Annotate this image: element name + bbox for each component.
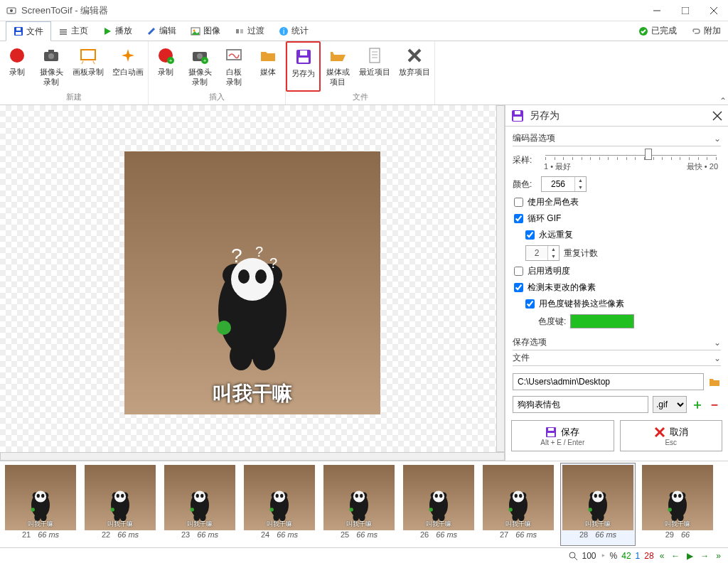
global-palette-checkbox[interactable]: 使用全局色表: [513, 194, 721, 210]
zoom-value: 100: [582, 551, 596, 561]
repeat-count-input[interactable]: ▲▼: [525, 245, 560, 261]
tab-transition[interactable]: 过渡: [228, 21, 272, 41]
zoom-icon: [568, 551, 578, 561]
save-icon: [294, 48, 313, 66]
tab-home[interactable]: 主页: [51, 21, 95, 41]
remove-button[interactable]: －: [708, 396, 721, 413]
play-button[interactable]: ▶: [685, 551, 695, 561]
path-input[interactable]: [513, 373, 704, 390]
encoder-section-header[interactable]: 编码器选项⌄: [513, 131, 721, 146]
svg-point-34: [48, 53, 54, 59]
frame-thumb[interactable]: 叫我干嘛2766 ms: [481, 463, 556, 546]
blank-button[interactable]: 空白动画: [108, 41, 148, 92]
svg-rect-18: [16, 32, 21, 35]
frame-thumb[interactable]: 叫我干嘛2966: [640, 463, 715, 546]
ext-select[interactable]: .gif: [653, 396, 687, 413]
panel-close-button[interactable]: [712, 111, 722, 121]
minimize-button[interactable]: [643, 0, 671, 21]
canvas-area[interactable]: ??? 叫我干嘛: [0, 105, 505, 461]
loop-gif-checkbox[interactable]: 循环 GIF: [513, 210, 721, 227]
ribbon: 录制 摄像头 录制 画板录制 空白动画 新建 +录制 +摄像头 录制 白板 录制…: [0, 41, 728, 105]
tab-file[interactable]: 文件: [6, 21, 51, 41]
discard-button[interactable]: 放弃项目: [395, 41, 434, 92]
replace-chroma-checkbox[interactable]: 用色度键替换这些像素: [513, 296, 721, 312]
svg-rect-14: [682, 7, 689, 14]
close-button[interactable]: [700, 0, 728, 21]
camera-record-button[interactable]: 摄像头 录制: [34, 41, 68, 92]
preview-caption: 叫我干嘛: [124, 380, 380, 407]
insert-camera-button[interactable]: +摄像头 录制: [183, 41, 217, 92]
recent-button[interactable]: 最近项目: [355, 41, 395, 92]
browse-folder-button[interactable]: [708, 375, 721, 388]
svg-text:+: +: [169, 58, 173, 64]
last-button[interactable]: »: [714, 551, 722, 561]
add-button[interactable]: ＋: [691, 396, 704, 413]
media-or-project-button[interactable]: 媒体或 项目: [321, 41, 355, 92]
svg-rect-61: [515, 111, 520, 114]
h-scrollbar[interactable]: [0, 452, 505, 461]
maximize-button[interactable]: [671, 0, 700, 21]
document-icon: [365, 46, 384, 65]
title-bar: ScreenToGif - 编辑器: [0, 0, 728, 21]
whiteboard-icon: [225, 46, 243, 65]
window-title: ScreenToGif - 编辑器: [21, 4, 643, 17]
detect-unchanged-checkbox[interactable]: 检测未更改的像素: [513, 279, 721, 296]
svg-rect-49: [300, 50, 307, 55]
chevron-down-icon: ⌄: [714, 338, 721, 348]
save-icon: [545, 427, 557, 438]
close-icon: [712, 111, 722, 121]
next-button[interactable]: →: [699, 551, 710, 561]
collapse-ribbon-button[interactable]: ⌃: [719, 96, 727, 106]
filename-input[interactable]: [513, 396, 648, 413]
spin-up[interactable]: ▲: [574, 177, 586, 184]
save-section-header[interactable]: 保存选项⌄: [513, 335, 721, 350]
insert-media-button[interactable]: 媒体: [251, 41, 285, 92]
save-button[interactable]: 保存 Alt + E / Enter: [511, 420, 614, 451]
svg-point-32: [10, 48, 24, 63]
frame-thumb[interactable]: 叫我干嘛2166 ms: [3, 463, 78, 546]
tab-stats[interactable]: i统计: [272, 21, 316, 41]
frame-thumb[interactable]: 叫我干嘛2366 ms: [162, 463, 237, 546]
spin-down[interactable]: ▼: [574, 184, 586, 191]
first-button[interactable]: «: [658, 551, 666, 561]
frame-timeline[interactable]: 叫我干嘛2166 ms叫我干嘛2266 ms叫我干嘛2366 ms叫我干嘛246…: [0, 461, 728, 547]
save-as-button[interactable]: 另存为: [286, 41, 321, 92]
prev-button[interactable]: ←: [670, 551, 681, 561]
svg-line-38: [93, 61, 95, 64]
frame-count: 42: [621, 551, 631, 561]
frame-thumb[interactable]: 叫我干嘛2266 ms: [82, 463, 158, 546]
svg-rect-21: [60, 31, 67, 33]
board-record-button[interactable]: 画板录制: [68, 41, 108, 92]
v-scrollbar[interactable]: [496, 105, 505, 452]
record-button[interactable]: 录制: [0, 41, 34, 92]
svg-point-12: [10, 9, 13, 12]
cancel-button[interactable]: 取消 Esc: [620, 420, 723, 451]
svg-rect-50: [370, 48, 380, 63]
frame-thumb[interactable]: 叫我干嘛2566 ms: [321, 463, 397, 546]
frame-thumb[interactable]: 叫我干嘛2866 ms: [560, 463, 636, 546]
tab-image[interactable]: 图像: [183, 21, 228, 41]
panel-title: 另存为: [530, 109, 707, 122]
status-attach[interactable]: 附加: [684, 21, 728, 41]
frame-thumb[interactable]: 叫我干嘛2666 ms: [401, 463, 476, 546]
tab-edit[interactable]: 编辑: [139, 21, 183, 41]
file-section-header[interactable]: 文件⌄: [513, 350, 721, 366]
svg-point-43: [197, 53, 203, 59]
svg-text:+: +: [203, 58, 207, 64]
board-icon: [79, 46, 97, 65]
save-icon: [14, 26, 23, 36]
transparency-checkbox[interactable]: 启用透明度: [513, 263, 721, 279]
insert-record-button[interactable]: +录制: [149, 41, 183, 92]
frame-thumb[interactable]: 叫我干嘛2466 ms: [242, 463, 317, 546]
play-icon: [102, 26, 112, 36]
svg-rect-36: [81, 50, 95, 60]
repeat-forever-checkbox[interactable]: 永远重复: [513, 227, 721, 243]
chroma-color-swatch[interactable]: [570, 314, 634, 328]
ribbon-group-insert: +录制 +摄像头 录制 白板 录制 媒体 插入: [149, 41, 286, 104]
insert-whiteboard-button[interactable]: 白板 录制: [217, 41, 251, 92]
sampling-slider[interactable]: [545, 149, 717, 161]
status-done[interactable]: 已完成: [631, 21, 684, 41]
color-count-input[interactable]: ▲▼: [541, 176, 587, 192]
svg-rect-35: [48, 50, 54, 53]
tab-play[interactable]: 播放: [95, 21, 139, 41]
